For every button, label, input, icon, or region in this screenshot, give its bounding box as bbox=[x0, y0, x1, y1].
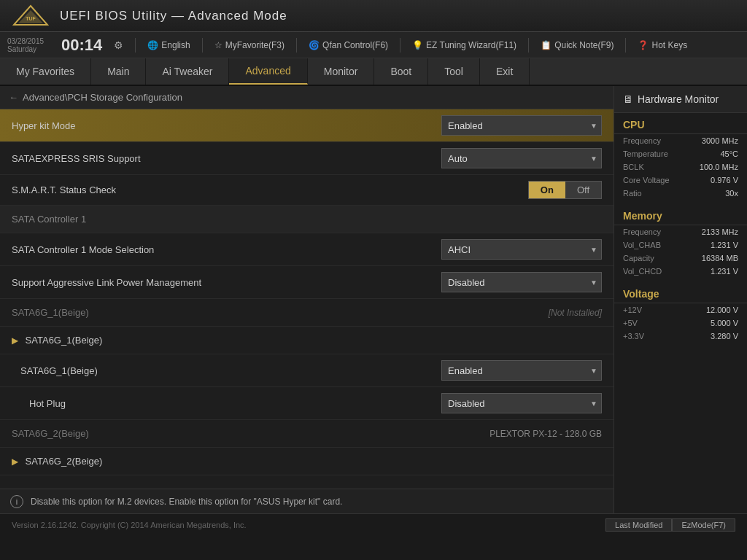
sata-mode-dropdown[interactable]: AHCI IDE RAID bbox=[441, 239, 602, 260]
ezwizard-button[interactable]: 💡 EZ Tuning Wizard(F11) bbox=[412, 40, 516, 50]
tab-monitor[interactable]: Monitor bbox=[308, 58, 375, 85]
sata-mode-dropdown-wrapper[interactable]: AHCI IDE RAID bbox=[441, 239, 602, 260]
tab-exit[interactable]: Exit bbox=[480, 58, 530, 85]
ezwiz-label: EZ Tuning Wizard(F11) bbox=[426, 40, 516, 50]
hotkeys-label: Hot Keys bbox=[651, 40, 687, 50]
mem-capacity-label: Capacity bbox=[623, 254, 654, 262]
tab-boot[interactable]: Boot bbox=[374, 58, 428, 85]
hotplug-value: Disabled Enabled bbox=[441, 393, 602, 413]
settings-list: Hyper kit Mode Enabled Disabled SATAEXPR… bbox=[0, 109, 614, 489]
setting-sata6g1-status: SATA6G_1(Beige) [Not Installed] bbox=[0, 299, 614, 327]
volt-12v-label: +12V bbox=[623, 306, 642, 314]
smart-value: On Off bbox=[528, 181, 602, 199]
divider-5 bbox=[528, 38, 529, 52]
cpu-freq-label: Frequency bbox=[623, 136, 661, 145]
sata6g2-expandable[interactable]: ▶ SATA6G_2(Beige) bbox=[0, 448, 614, 475]
svg-text:TUF: TUF bbox=[26, 16, 36, 21]
sata6g1-enabled-label: SATA6G_1(Beige) bbox=[12, 365, 98, 376]
mem-volchcd-label: Vol_CHCD bbox=[623, 267, 662, 276]
volt-33v-label: +3.3V bbox=[623, 332, 644, 341]
ezmode-button[interactable]: EzMode(F7) bbox=[672, 518, 735, 532]
topbar-datetime: 03/28/2015 Saturday bbox=[7, 37, 44, 53]
back-button[interactable]: ← bbox=[9, 92, 18, 103]
mem-volchab-row: Vol_CHAB 1.231 V bbox=[614, 238, 747, 252]
hotplug-dropdown-wrapper[interactable]: Disabled Enabled bbox=[441, 393, 602, 413]
mem-capacity-value: 16384 MB bbox=[702, 254, 738, 262]
logo: TUF bbox=[9, 3, 53, 29]
sata6g1-enabled-dropdown-wrapper[interactable]: Enabled Disabled bbox=[441, 360, 602, 381]
setting-sataexpress: SATAEXPRESS SRIS Support Auto Enabled Di… bbox=[0, 142, 614, 175]
sataexpress-dropdown-wrapper[interactable]: Auto Enabled Disabled bbox=[441, 148, 602, 168]
hyper-kit-dropdown-wrapper[interactable]: Enabled Disabled bbox=[441, 115, 602, 136]
hotplug-label: Hot Plug bbox=[12, 398, 66, 409]
topbar: 03/28/2015 Saturday 00:14 ⚙ 🌐 English ☆ … bbox=[0, 32, 747, 58]
main-layout: ← Advanced\PCH Storage Configuration Hyp… bbox=[0, 86, 747, 513]
cpu-ratio-row: Ratio 30x bbox=[614, 187, 747, 200]
hotkeys-button[interactable]: ❓ Hot Keys bbox=[638, 40, 687, 50]
sataexpress-dropdown[interactable]: Auto Enabled Disabled bbox=[441, 148, 602, 168]
expand-arrow-2-icon: ▶ bbox=[12, 456, 18, 467]
voltage-section-title: Voltage bbox=[614, 282, 747, 303]
sata-mode-value: AHCI IDE RAID bbox=[441, 239, 602, 260]
mem-freq-row: Frequency 2133 MHz bbox=[614, 225, 747, 238]
sata6g1-enabled-value: Enabled Disabled bbox=[441, 360, 602, 381]
cpu-corevolt-row: Core Voltage 0.976 V bbox=[614, 174, 747, 187]
sata6g1-status-value: [Not Installed] bbox=[549, 308, 602, 318]
hyper-kit-mode-value: Enabled Disabled bbox=[441, 115, 602, 136]
footer-buttons: Last Modified EzMode(F7) bbox=[605, 518, 735, 532]
footer-version: Version 2.16.1242. Copyright (C) 2014 Am… bbox=[12, 521, 247, 529]
cpu-bclk-value: 100.0 MHz bbox=[700, 163, 738, 171]
aggressive-link-dropdown[interactable]: Disabled Enabled bbox=[441, 272, 602, 292]
hyper-kit-mode-dropdown[interactable]: Enabled Disabled bbox=[441, 115, 602, 136]
qfan-button[interactable]: 🌀 Qfan Control(F6) bbox=[309, 40, 388, 50]
cpu-bclk-label: BCLK bbox=[623, 163, 644, 171]
mem-volchcd-value: 1.231 V bbox=[711, 267, 738, 276]
volt-5v-row: +5V 5.000 V bbox=[614, 316, 747, 330]
cpu-ratio-label: Ratio bbox=[623, 189, 642, 198]
cpu-corevolt-label: Core Voltage bbox=[623, 176, 670, 184]
topbar-day: Saturday bbox=[7, 45, 44, 53]
quicknote-button[interactable]: 📋 Quick Note(F9) bbox=[541, 40, 614, 50]
aggressive-link-dropdown-wrapper[interactable]: Disabled Enabled bbox=[441, 272, 602, 292]
topbar-time: 00:14 bbox=[61, 36, 102, 55]
help-icon: ❓ bbox=[638, 40, 649, 50]
setting-hyper-kit-mode: Hyper kit Mode Enabled Disabled bbox=[0, 109, 614, 142]
aggressive-link-value: Disabled Enabled bbox=[441, 272, 602, 292]
tab-aitweaker[interactable]: Ai Tweaker bbox=[146, 58, 229, 85]
setting-hotplug: Hot Plug Disabled Enabled bbox=[0, 387, 614, 420]
tab-advanced[interactable]: Advanced bbox=[229, 58, 307, 85]
divider-4 bbox=[400, 38, 400, 52]
cpu-temp-row: Temperature 45°C bbox=[614, 147, 747, 160]
qfan-label: Qfan Control(F6) bbox=[322, 40, 388, 50]
sata6g1-enabled-dropdown[interactable]: Enabled Disabled bbox=[441, 360, 602, 381]
language-selector[interactable]: 🌐 English bbox=[147, 40, 190, 50]
cpu-ratio-value: 30x bbox=[725, 189, 738, 198]
sata-controller-1-header: SATA Controller 1 bbox=[0, 206, 614, 233]
mem-volchab-label: Vol_CHAB bbox=[623, 241, 661, 249]
last-modified-button[interactable]: Last Modified bbox=[605, 518, 672, 532]
volt-5v-value: 5.000 V bbox=[711, 319, 738, 327]
topbar-date: 03/28/2015 bbox=[7, 37, 44, 45]
sata6g2-expand-label: ▶ SATA6G_2(Beige) bbox=[12, 456, 102, 467]
sataexpress-value: Auto Enabled Disabled bbox=[441, 148, 602, 168]
myfav-label: MyFavorite(F3) bbox=[225, 40, 285, 50]
mem-volchab-value: 1.231 V bbox=[711, 241, 738, 249]
gear-icon[interactable]: ⚙ bbox=[114, 39, 123, 51]
tab-main[interactable]: Main bbox=[91, 58, 146, 85]
language-label: English bbox=[161, 40, 190, 50]
monitor-icon: 🖥 bbox=[623, 93, 633, 105]
divider-2 bbox=[202, 38, 203, 52]
toggle-off-button[interactable]: Off bbox=[565, 182, 601, 198]
volt-12v-row: +12V 12.000 V bbox=[614, 303, 747, 316]
tab-myfavorites[interactable]: My Favorites bbox=[0, 58, 91, 85]
cpu-corevolt-value: 0.976 V bbox=[711, 176, 738, 184]
setting-sata6g2-status: SATA6G_2(Beige) PLEXTOR PX-12 - 128.0 GB bbox=[0, 420, 614, 448]
volt-5v-label: +5V bbox=[623, 319, 638, 327]
toggle-on-button[interactable]: On bbox=[529, 182, 565, 198]
tab-tool[interactable]: Tool bbox=[428, 58, 480, 85]
volt-12v-value: 12.000 V bbox=[706, 306, 738, 314]
hotplug-dropdown[interactable]: Disabled Enabled bbox=[441, 393, 602, 413]
sata6g1-expandable[interactable]: ▶ SATA6G_1(Beige) bbox=[0, 327, 614, 354]
cpu-freq-value: 3000 MHz bbox=[702, 136, 738, 145]
myfavorite-button[interactable]: ☆ MyFavorite(F3) bbox=[214, 40, 285, 50]
